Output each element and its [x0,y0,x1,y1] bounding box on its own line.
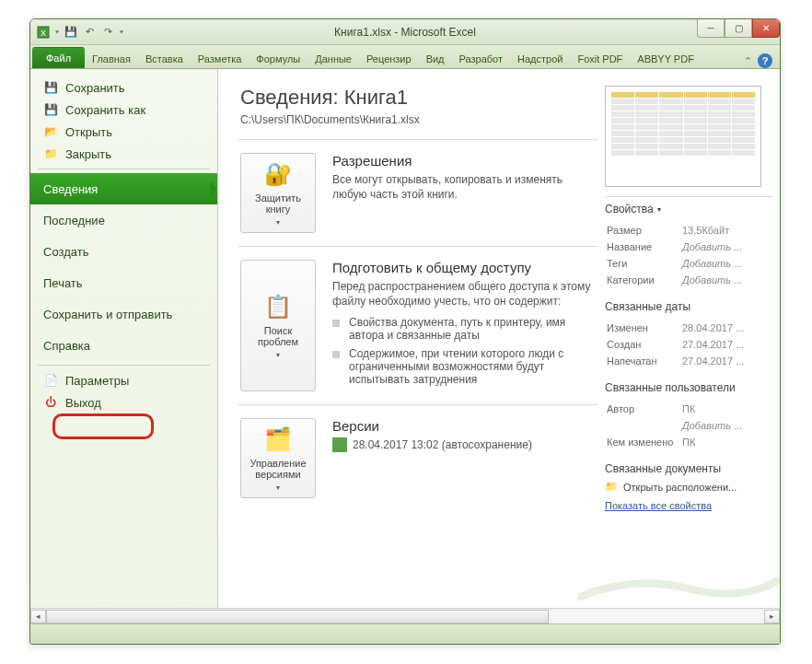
versions-title: Версии [332,418,597,434]
qat-dropdown-icon[interactable]: ▾ [54,28,60,36]
versions-section: 🗂️ Управление версиями ▾ Версии 28.04.20… [240,418,597,498]
tab-file[interactable]: Файл [32,47,85,68]
document-thumbnail[interactable] [605,86,761,187]
sidebar-save-as[interactable]: 💾Сохранить как [30,99,217,121]
scroll-left-button[interactable]: ◂ [30,610,46,623]
permissions-text: Все могут открывать, копировать и изменя… [332,172,597,202]
save-icon[interactable]: 💾 [64,25,78,40]
window-title: Книга1.xlsx - Microsoft Excel [30,26,780,39]
sidebar-info[interactable]: Сведения [30,173,217,204]
svg-text:X: X [41,29,46,38]
sidebar-recent-label: Последние [43,214,105,227]
scroll-track[interactable] [46,610,764,623]
sidebar-share[interactable]: Сохранить и отправить [30,298,217,330]
save-as-icon: 💾 [43,102,58,117]
manage-versions-button[interactable]: 🗂️ Управление версиями ▾ [240,418,316,498]
sidebar-help[interactable]: Справка [30,330,217,361]
sidebar-close-label: Закрыть [65,147,111,161]
sidebar-separator-2 [38,365,210,366]
sidebar-print[interactable]: Печать [30,267,217,298]
sidebar-new[interactable]: Создать [30,236,217,267]
divider [605,196,772,197]
minimize-button[interactable]: ─ [697,19,725,38]
tab-review[interactable]: Рецензир [359,48,419,68]
backstage-main: Сведения: Книга1 C:\Users\ПК\Documents\К… [218,69,780,623]
properties-dropdown[interactable]: Свойства▾ [605,203,772,216]
related-docs-header: Связанные документы [605,462,772,475]
table-row: КатегорииДобавить ... [607,273,771,287]
sidebar-open[interactable]: 📂Открыть [30,121,217,143]
table-row: Размер13,5Кбайт [607,223,771,238]
sidebar-options[interactable]: 📄Параметры [30,369,217,391]
version-entry-label: 28.04.2017 13:02 (автосохранение) [353,438,532,451]
tab-data[interactable]: Данные [307,48,359,68]
scroll-right-button[interactable]: ▸ [764,610,780,623]
scroll-thumb[interactable] [46,610,549,623]
version-file-icon [332,437,347,452]
checklist-icon: 📋 [263,292,293,321]
sidebar-save-label: Сохранить [65,81,125,95]
protect-workbook-button[interactable]: 🔐 Защитить книгу ▾ [240,153,316,233]
tab-foxit[interactable]: Foxit PDF [570,48,630,68]
sidebar-share-label: Сохранить и отправить [43,308,172,321]
sidebar-exit[interactable]: ⏻Выход [30,391,217,414]
redo-icon[interactable]: ↷ [100,25,115,40]
sidebar-open-label: Открыть [65,125,112,139]
options-icon: 📄 [43,373,58,388]
tab-insert[interactable]: Вставка [138,48,191,68]
version-entry[interactable]: 28.04.2017 13:02 (автосохранение) [332,437,597,452]
horizontal-scrollbar[interactable]: ◂ ▸ [30,608,780,623]
table-row: Кем измененоПК [607,435,771,449]
info-heading: Сведения: Книга1 [240,86,597,110]
divider [238,139,597,140]
properties-panel: Свойства▾ Размер13,5Кбайт НазваниеДобави… [597,86,772,616]
folder-close-icon: 📁 [43,146,58,161]
help-icon[interactable]: ? [758,53,772,68]
qat-more-icon[interactable]: ▾ [119,28,124,36]
table-row: Напечатан27.04.2017 ... [607,354,771,368]
chevron-down-icon: ▾ [276,483,280,492]
backstage: 💾Сохранить 💾Сохранить как 📂Открыть 📁Закр… [30,69,780,623]
sidebar-info-label: Сведения [43,182,98,196]
exit-icon: ⏻ [43,395,58,410]
sidebar-close[interactable]: 📁Закрыть [30,143,217,165]
people-table: АвторПК Добавить ... Кем измененоПК [605,400,772,451]
tab-formulas[interactable]: Формулы [249,48,307,68]
tab-developer[interactable]: Разработ [452,48,510,68]
table-row: Добавить ... [607,418,771,433]
table-row: ТегиДобавить ... [607,256,771,271]
tab-view[interactable]: Вид [419,48,452,68]
tab-abbyy[interactable]: ABBYY PDF [630,48,702,68]
save-icon: 💾 [43,80,58,95]
sidebar-exit-label: Выход [65,396,101,410]
close-button[interactable]: ✕ [752,19,780,38]
sidebar-recent[interactable]: Последние [30,204,217,236]
undo-icon[interactable]: ↶ [82,25,97,40]
check-issues-button[interactable]: 📋 Поиск проблем ▾ [240,260,316,391]
properties-table: Размер13,5Кбайт НазваниеДобавить ... Тег… [605,221,772,289]
folder-open-icon: 📂 [43,124,58,139]
open-file-location[interactable]: 📁Открыть расположени... [605,481,772,493]
dates-table: Изменен28.04.2017 ... Создан27.04.2017 .… [605,319,772,370]
tab-home[interactable]: Главная [85,48,138,68]
prepare-text: Перед распространением общего доступа к … [332,279,597,309]
show-all-properties-link[interactable]: Показать все свойства [605,500,772,511]
sidebar-options-label: Параметры [65,374,129,388]
related-people-header: Связанные пользователи [605,381,772,394]
annotation-highlight [52,414,154,439]
info-panel: Сведения: Книга1 C:\Users\ПК\Documents\К… [240,86,597,616]
tab-layout[interactable]: Разметка [191,48,249,68]
protect-workbook-label: Защитить книгу [243,192,313,215]
table-row: Изменен28.04.2017 ... [607,320,771,335]
tab-addins[interactable]: Надстрой [510,48,570,68]
table-row: НазваниеДобавить ... [607,239,771,254]
manage-versions-label: Управление версиями [243,458,313,480]
bullet-icon [332,320,340,327]
maximize-button[interactable]: ▢ [725,19,752,38]
sidebar-save[interactable]: 💾Сохранить [30,76,217,99]
lock-icon: 🔐 [263,159,293,189]
decorative-swoosh [577,570,780,607]
ribbon-minimize-icon[interactable]: ⌃ [744,55,752,67]
list-item: Свойства документа, путь к принтеру, имя… [332,316,597,342]
sidebar-help-label: Справка [43,339,90,353]
